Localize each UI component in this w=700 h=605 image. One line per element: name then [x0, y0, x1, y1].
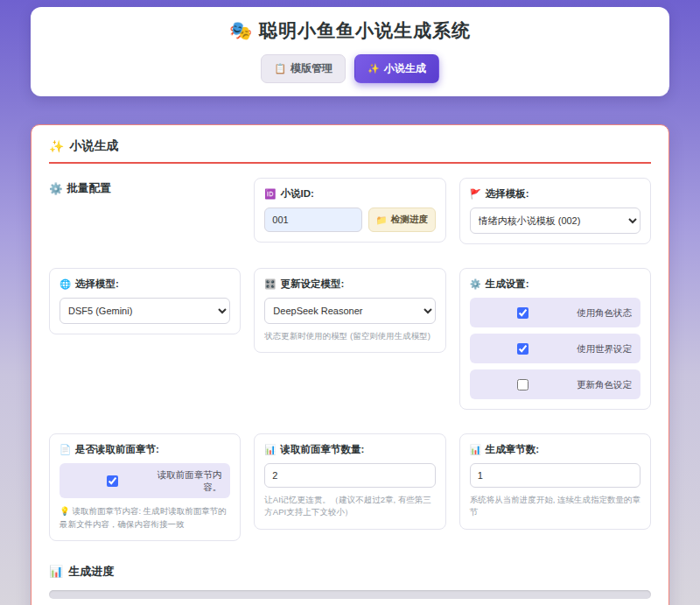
section-title: ✨ 小说生成: [49, 138, 651, 164]
update-model-hint: 状态更新时使用的模型 (留空则使用生成模型): [264, 330, 435, 342]
generation-settings-label-text: 生成设置:: [486, 278, 529, 291]
update-role-setting-label: 更新角色设定: [567, 378, 632, 390]
previous-count-input[interactable]: [264, 463, 435, 488]
update-role-setting-row: 更新角色设定: [470, 369, 640, 399]
batch-config-label-text: 批量配置: [67, 181, 111, 196]
chapter-count-hint: 系统将从当前进度开始, 连续生成指定数量的章节: [470, 494, 640, 519]
bar-chart-icon: 📊: [49, 565, 63, 578]
batch-config-label: ⚙️ 批量配置: [49, 178, 241, 196]
read-previous-label-text: 是否读取前面章节:: [75, 443, 159, 456]
read-previous-hint-text: 读取前面章节内容: 生成时读取前面章节的最新文件内容，确保内容衔接一致: [60, 506, 227, 528]
generation-settings-panel: ⚙️ 生成设置: 使用角色状态 使用世界设定 更新角色设定: [459, 268, 651, 410]
app-header: 🎭 聪明小鱼鱼小说生成系统 📋 模版管理 ✨ 小说生成: [31, 7, 669, 96]
read-previous-checkbox-label: 读取前面章节内容。: [157, 468, 221, 493]
id-icon: 🆔: [264, 188, 276, 200]
progress-section-title-text: 生成进度: [68, 564, 114, 580]
model-select[interactable]: DSF5 (Gemini): [60, 298, 230, 324]
folder-icon: 📁: [376, 215, 388, 226]
use-role-state-row: 使用角色状态: [470, 298, 640, 327]
read-previous-panel: 📄 是否读取前面章节: 读取前面章节内容。 💡 读取前面章节内容: 生成时读取前…: [49, 433, 241, 541]
novel-id-label: 🆔 小说ID:: [264, 187, 435, 200]
masks-icon: 🎭: [229, 20, 253, 40]
model-select-label-text: 选择模型:: [75, 278, 119, 291]
model-select-label: 🌐 选择模型:: [60, 278, 230, 291]
use-role-state-checkbox[interactable]: [517, 307, 528, 319]
read-previous-checkbox[interactable]: [107, 475, 118, 487]
check-progress-button-label: 检测进度: [391, 214, 428, 226]
progress-bar: [49, 590, 651, 599]
document-icon: 📄: [60, 444, 71, 455]
bar-chart-icon: 📊: [264, 444, 276, 455]
gear-icon: ⚙️: [49, 182, 63, 195]
chapter-count-label-text: 生成章节数:: [486, 443, 539, 456]
main-tabs: 📋 模版管理 ✨ 小说生成: [39, 54, 661, 83]
use-world-setting-label: 使用世界设定: [567, 342, 632, 355]
novel-id-panel: 🆔 小说ID: 📁 检测进度: [254, 178, 445, 243]
read-previous-row: 读取前面章节内容。: [60, 463, 230, 498]
template-select-panel: 🚩 选择模板: 情绪内核小说模板 (002): [459, 178, 651, 244]
check-progress-button[interactable]: 📁 检测进度: [368, 208, 436, 232]
gear-icon: ⚙️: [470, 278, 481, 290]
update-model-panel: 🎛️ 更新设定模型: DeepSeek Reasoner 状态更新时使用的模型 …: [254, 268, 445, 353]
section-title-text: 小说生成: [69, 138, 118, 154]
app-title-text: 聪明小鱼鱼小说生成系统: [259, 20, 471, 40]
clipboard-icon: 📋: [274, 63, 286, 74]
tab-novel-generation[interactable]: ✨ 小说生成: [354, 54, 439, 83]
use-role-state-label: 使用角色状态: [567, 306, 632, 319]
use-world-setting-row: 使用世界设定: [470, 334, 640, 363]
novel-generation-panel: ✨ 小说生成 ⚙️ 批量配置 🆔 小说ID: 📁 检测进度 🚩: [31, 124, 669, 605]
tab-template-management[interactable]: 📋 模版管理: [261, 54, 346, 83]
use-world-setting-checkbox[interactable]: [517, 343, 528, 355]
tab-novel-generation-label: 小说生成: [384, 61, 426, 76]
flag-icon: 🚩: [470, 188, 481, 200]
novel-id-label-text: 小说ID:: [280, 187, 313, 200]
template-select[interactable]: 情绪内核小说模板 (002): [470, 208, 640, 234]
sparkles-icon: ✨: [49, 139, 64, 153]
chapter-count-panel: 📊 生成章节数: 系统将从当前进度开始, 连续生成指定数量的章节: [459, 433, 651, 530]
template-select-label-text: 选择模板:: [486, 187, 529, 200]
bar-chart-icon: 📊: [470, 444, 481, 455]
previous-count-label: 📊 读取前面章节数量:: [264, 443, 435, 456]
update-role-setting-checkbox[interactable]: [517, 379, 528, 390]
bulb-icon: 💡: [60, 506, 70, 516]
config-grid: ⚙️ 批量配置 🆔 小说ID: 📁 检测进度 🚩 选择模板: 情绪: [49, 178, 651, 541]
previous-count-panel: 📊 读取前面章节数量: 让AI记忆更连贯。（建议不超过2章, 有些第三方API支…: [254, 433, 445, 530]
previous-count-hint: 让AI记忆更连贯。（建议不超过2章, 有些第三方API支持上下文较小）: [264, 494, 435, 519]
update-model-label-text: 更新设定模型:: [280, 278, 344, 291]
model-select-panel: 🌐 选择模型: DSF5 (Gemini): [49, 268, 241, 334]
update-model-label: 🎛️ 更新设定模型:: [264, 278, 435, 291]
generation-settings-label: ⚙️ 生成设置:: [470, 278, 640, 291]
sparkles-icon: ✨: [368, 63, 380, 74]
novel-id-input[interactable]: [264, 208, 361, 232]
update-model-select[interactable]: DeepSeek Reasoner: [264, 298, 435, 324]
read-previous-label: 📄 是否读取前面章节:: [60, 443, 230, 456]
read-previous-hint: 💡 读取前面章节内容: 生成时读取前面章节的最新文件内容，确保内容衔接一致: [60, 505, 230, 531]
previous-count-label-text: 读取前面章节数量:: [280, 443, 364, 456]
progress-section-title: 📊 生成进度: [49, 564, 651, 580]
chapter-count-input[interactable]: [470, 463, 640, 488]
chapter-count-label: 📊 生成章节数:: [470, 443, 640, 456]
globe-icon: 🌐: [60, 278, 71, 290]
app-title: 🎭 聪明小鱼鱼小说生成系统: [39, 18, 661, 43]
sliders-icon: 🎛️: [264, 278, 276, 290]
template-select-label: 🚩 选择模板:: [470, 187, 640, 200]
tab-template-management-label: 模版管理: [290, 61, 332, 76]
